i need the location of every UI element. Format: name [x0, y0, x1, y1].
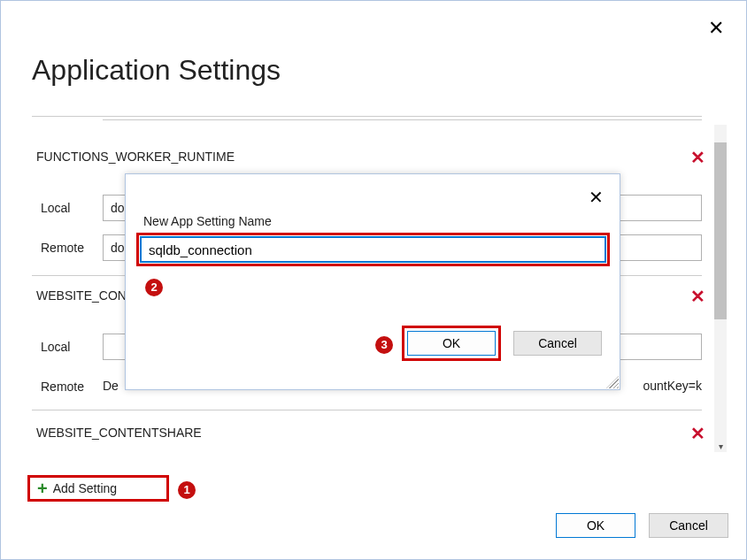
- callout-2-icon: 2: [145, 279, 163, 296]
- modal-field-label: New App Setting Name: [143, 214, 272, 228]
- page-title: Application Settings: [32, 54, 281, 87]
- modal-close-button[interactable]: ✕: [589, 187, 604, 208]
- modal-input-highlight: [136, 233, 610, 266]
- scrollbar-thumb[interactable]: [714, 142, 727, 319]
- modal-ok-highlight: OK: [402, 326, 501, 361]
- callout-3-icon: 3: [375, 336, 393, 354]
- settings-window: ✕ Application Settings ▴ ▾ FUNCTIONS_WOR…: [0, 0, 747, 560]
- local-label: Local: [41, 201, 70, 215]
- title-divider-inner: [103, 119, 702, 120]
- modal-cancel-button[interactable]: Cancel: [513, 331, 602, 356]
- add-setting-button[interactable]: + Add Setting: [27, 475, 169, 502]
- local-label: Local: [41, 340, 70, 354]
- setting-name-functions-worker-runtime: FUNCTIONS_WORKER_RUNTIME: [36, 150, 235, 164]
- delete-setting-button[interactable]: ✕: [689, 288, 705, 304]
- main-ok-button[interactable]: OK: [556, 513, 635, 538]
- remote-label: Remote: [41, 380, 84, 394]
- delete-setting-button[interactable]: ✕: [689, 150, 705, 165]
- new-app-setting-dialog: ✕ New App Setting Name 2 3 OK Cancel: [125, 173, 620, 390]
- plus-icon: +: [37, 479, 48, 499]
- remote-value-tail: ountKey=k: [643, 377, 702, 396]
- setting-divider: [32, 410, 702, 410]
- setting-name-website-con: WEBSITE_CON: [36, 288, 127, 303]
- setting-name-website-contentshare: WEBSITE_CONTENTSHARE: [36, 426, 202, 440]
- scroll-down-arrow-icon[interactable]: ▾: [714, 441, 727, 454]
- main-cancel-button[interactable]: Cancel: [649, 513, 728, 538]
- callout-1-icon: 1: [178, 481, 196, 499]
- title-divider: [32, 116, 702, 117]
- remote-value-head: De: [103, 377, 119, 396]
- resize-grip-icon[interactable]: [606, 376, 619, 388]
- delete-setting-button[interactable]: ✕: [689, 426, 705, 441]
- remote-label: Remote: [41, 241, 84, 255]
- modal-ok-button[interactable]: OK: [407, 331, 496, 356]
- window-close-button[interactable]: ✕: [708, 19, 724, 38]
- new-setting-name-input[interactable]: [140, 236, 606, 263]
- add-setting-label: Add Setting: [53, 481, 117, 495]
